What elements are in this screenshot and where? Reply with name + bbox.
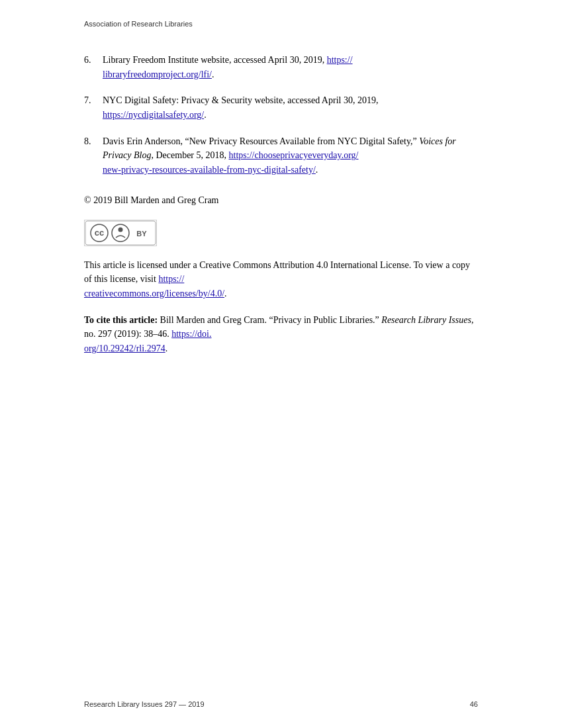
license-link[interactable]: https://creativecommons.org/licenses/by/… — [84, 274, 224, 298]
page-header: Association of Research Libraries — [84, 19, 193, 30]
reference-6: 6. Library Freedom Institute website, ac… — [84, 53, 478, 81]
page-footer: Research Library Issues 297 — 2019 46 — [84, 699, 478, 710]
references-section: 6. Library Freedom Institute website, ac… — [84, 53, 478, 177]
organization-name: Association of Research Libraries — [84, 20, 193, 28]
ref-number-6: 6. — [84, 53, 97, 81]
ref-number-8: 8. — [84, 134, 97, 177]
footer-journal: Research Library Issues 297 — 2019 — [84, 699, 205, 710]
svg-point-3 — [112, 224, 129, 242]
cite-section: To cite this article: Bill Marden and Gr… — [84, 313, 478, 356]
cc-badge-container: cc BY — [84, 220, 478, 246]
license-text: This article is licensed under a Creativ… — [84, 258, 478, 301]
copyright-section: © 2019 Bill Marden and Greg Cram — [84, 193, 478, 208]
cc-badge-svg: cc BY — [85, 220, 156, 246]
page: Association of Research Libraries 6. Lib… — [0, 0, 562, 728]
main-content: 6. Library Freedom Institute website, ac… — [84, 53, 478, 356]
svg-point-4 — [118, 227, 123, 232]
cite-bold-label: To cite this article: — [84, 315, 158, 325]
reference-8: 8. Davis Erin Anderson, “New Privacy Res… — [84, 134, 478, 177]
cc-badge: cc BY — [84, 220, 157, 246]
reference-7: 7. NYC Digital Safety: Privacy & Securit… — [84, 93, 478, 122]
footer-page-number: 46 — [470, 699, 478, 710]
cite-journal: Research Library Issues — [381, 315, 471, 325]
ref-text-6: Library Freedom Institute website, acces… — [103, 53, 478, 81]
svg-text:cc: cc — [95, 228, 104, 238]
ref7-link[interactable]: https://nycdigitalsafety.org/ — [103, 110, 204, 120]
cite-doi-link[interactable]: https://doi.org/10.29242/rli.2974 — [84, 329, 212, 353]
svg-text:BY: BY — [136, 230, 147, 238]
copyright-text: © 2019 Bill Marden and Greg Cram — [84, 195, 219, 205]
ref-number-7: 7. — [84, 93, 97, 122]
ref6-link[interactable]: https://libraryfreedomproject.org/lfi/ — [103, 55, 353, 79]
ref-text-8: Davis Erin Anderson, “New Privacy Resour… — [103, 134, 478, 177]
ref-text-7: NYC Digital Safety: Privacy & Security w… — [103, 93, 478, 122]
